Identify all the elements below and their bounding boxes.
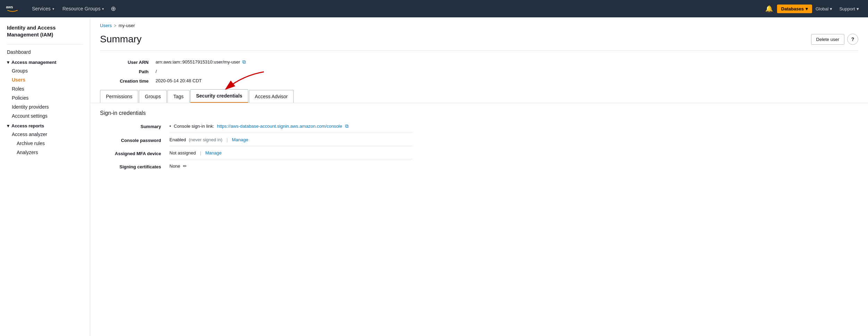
global-label: Global [816,6,829,11]
sidebar-dashboard-label: Dashboard [7,49,31,55]
mfa-status: Not assigned [169,150,196,156]
mfa-manage-link[interactable]: Manage [205,150,222,156]
console-password-note: (never signed in) [189,137,223,142]
breadcrumb-separator: > [114,23,117,28]
cred-signing-certs-label: Signing certificates [100,163,169,172]
tab-access-advisor[interactable]: Access Advisor [249,90,294,103]
services-chevron-icon: ▾ [52,7,54,11]
sidebar-item-roles[interactable]: Roles [0,84,90,93]
sidebar-item-access-analyzer[interactable]: Access analyzer [0,130,90,139]
cred-console-password-value: Enabled (never signed in) | Manage [169,137,412,146]
cred-summary-value: • Console sign-in link: https://aws-data… [169,123,412,133]
tab-tags[interactable]: Tags [167,90,190,103]
copy-console-link-icon[interactable]: ⧉ [345,123,349,129]
creation-time-value: 2020-05-14 20:48 CDT [156,78,858,84]
breadcrumb: Users > my-user [90,17,868,31]
databases-button[interactable]: Databases ▾ [777,5,812,13]
notifications-bell-icon[interactable]: 🔔 [761,5,777,12]
console-signin-url-link[interactable]: https://aws-database-account.signin.aws.… [217,124,342,129]
sidebar-roles-label: Roles [12,86,24,92]
copy-arn-icon[interactable]: ⧉ [242,59,246,65]
arrow-down-icon: ▾ [7,60,9,65]
aws-logo[interactable]: aws [6,4,19,14]
sidebar-item-archive-rules[interactable]: Archive rules [0,139,90,148]
tab-access-advisor-label: Access Advisor [255,94,288,99]
global-chevron-icon: ▾ [830,6,832,11]
cred-mfa-value: Not assigned | Manage [169,150,412,159]
breadcrumb-users-link[interactable]: Users [100,23,112,28]
sidebar-access-management-label: Access management [11,60,56,65]
cred-mfa-label: Assigned MFA device [100,150,169,159]
creation-time-label: Creation time [100,78,156,84]
console-password-manage-link[interactable]: Manage [232,137,248,142]
page-header: Summary Delete user ? [90,31,868,50]
user-arn-value: arn:aws:iam::905517915310:user/my-user ⧉ [156,59,858,65]
support-chevron-icon: ▾ [857,6,859,11]
support-label: Support [839,6,855,11]
tabs-container: Permissions Groups Tags Security credent… [90,89,868,103]
sidebar-archive-rules-label: Archive rules [17,141,45,146]
sidebar-access-analyzer-label: Access analyzer [12,132,47,137]
top-navigation: aws Services ▾ Resource Groups ▾ ⊕ 🔔 Dat… [0,0,868,17]
sidebar-collapse-handle[interactable]: ‹ [90,170,90,184]
arrow-down-icon-reports: ▾ [7,123,9,128]
mfa-pipe: | [200,150,201,156]
global-nav-item[interactable]: Global ▾ [812,6,836,11]
delete-user-button[interactable]: Delete user [811,34,844,45]
console-password-status: Enabled [169,137,186,142]
sidebar-policies-label: Policies [12,95,28,101]
sidebar-groups-label: Groups [12,68,28,74]
console-password-pipe: | [227,137,228,142]
cred-console-password-label: Console password [100,137,169,146]
signing-certs-text: None [169,163,180,169]
user-arn-label: User ARN [100,59,156,65]
signing-certs-edit-icon[interactable]: ✏ [183,163,187,169]
sidebar-item-analyzers[interactable]: Analyzers [0,148,90,157]
summary-info-section: User ARN arn:aws:iam::905517915310:user/… [90,56,868,89]
main-content: Users > my-user Summary Delete user ? Us… [90,17,868,336]
cred-signing-certs-value: None ✏ [169,163,412,172]
page-header-actions: Delete user ? [811,34,858,45]
sidebar-users-label: Users [12,77,25,83]
services-label: Services [32,6,51,11]
tab-groups-label: Groups [145,94,161,99]
help-button[interactable]: ? [847,34,858,45]
sidebar-item-groups[interactable]: Groups [0,66,90,75]
sidebar-item-identity-providers[interactable]: Identity providers [0,102,90,111]
databases-chevron-icon: ▾ [806,6,808,11]
resource-groups-label: Resource Groups [62,6,101,11]
sidebar-account-settings-label: Account settings [12,113,48,119]
breadcrumb-current-page: my-user [119,23,135,28]
path-value: / [156,68,858,74]
sidebar-access-reports-label: Access reports [11,123,44,128]
sidebar-section-access-management[interactable]: ▾ Access management [0,57,90,66]
sidebar-analyzers-label: Analyzers [17,150,38,155]
sidebar-divider [7,44,83,44]
resource-groups-chevron-icon: ▾ [102,7,104,11]
resource-groups-nav-item[interactable]: Resource Groups ▾ [58,6,108,11]
services-nav-item[interactable]: Services ▾ [28,6,58,11]
tab-security-credentials[interactable]: Security credentials [190,89,248,103]
databases-label: Databases [781,6,804,11]
sidebar-item-account-settings[interactable]: Account settings [0,111,90,120]
sidebar-section-access-reports[interactable]: ▾ Access reports [0,120,90,130]
sidebar-title: Identity and AccessManagement (IAM) [0,17,90,41]
tab-permissions[interactable]: Permissions [100,90,138,103]
sign-in-section-title: Sign-in credentials [100,110,858,116]
pin-icon[interactable]: ⊕ [108,5,119,12]
cred-summary-label: Summary [100,123,169,133]
sidebar: Identity and AccessManagement (IAM) Dash… [0,17,90,336]
console-signin-prefix: Console sign-in link: [174,124,214,129]
sidebar-item-policies[interactable]: Policies [0,93,90,102]
sidebar-identity-providers-label: Identity providers [12,104,49,110]
tab-content-security-credentials: Sign-in credentials Summary • Console si… [90,103,868,179]
support-nav-item[interactable]: Support ▾ [836,6,862,11]
tab-security-credentials-label: Security credentials [196,93,242,99]
tab-tags-label: Tags [173,94,184,99]
tab-groups[interactable]: Groups [139,90,167,103]
sidebar-item-dashboard[interactable]: Dashboard [0,47,90,57]
svg-text:aws: aws [6,5,13,9]
credentials-grid: Summary • Console sign-in link: https://… [100,123,412,172]
sidebar-item-users[interactable]: Users [0,75,90,84]
header-divider [100,50,858,51]
